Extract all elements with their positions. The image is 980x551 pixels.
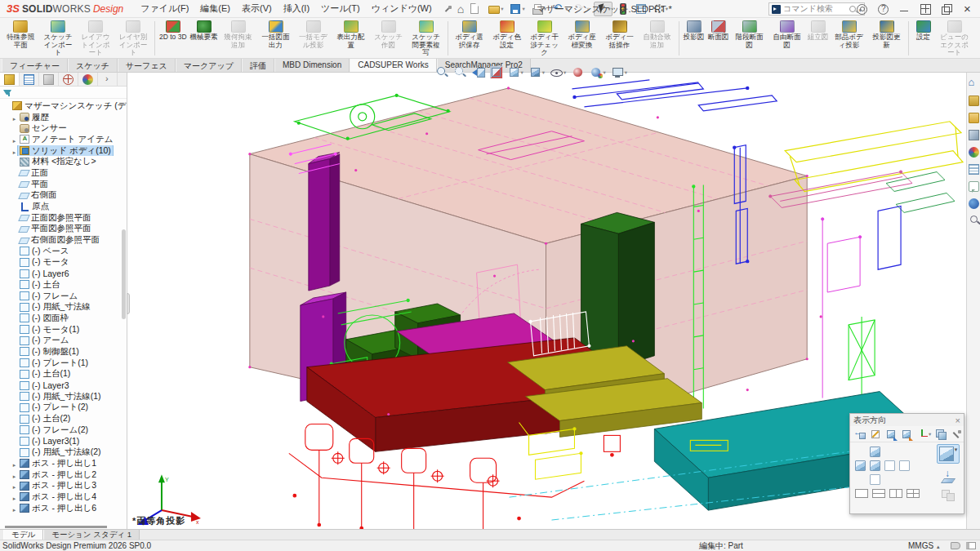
tab-surfaces[interactable]: サーフェス [118,59,176,72]
ribbon-button[interactable]: 一括モデル投影 [295,19,332,58]
hide-show-items-button[interactable] [550,66,566,78]
ribbon-button[interactable]: 階段断面図 [731,19,768,58]
palette-previous-view-button[interactable] [854,429,866,440]
viewport-two-vertical-button[interactable] [889,489,902,498]
palette-new-view-button[interactable] [870,429,881,440]
zoom-area-button[interactable] [454,66,466,78]
view-orientation-palette[interactable]: 表示方向 [849,413,964,514]
pin-menu-icon[interactable] [443,4,452,14]
taskpane-appearances-tab[interactable] [969,147,979,158]
tag-icon[interactable] [951,542,960,549]
tree-item[interactable]: (-) アーム [0,335,127,346]
tree-item[interactable]: 右側面 [0,190,127,202]
motion-study-tab[interactable]: モーション スタディ 1 [43,530,140,540]
menu-view[interactable]: 表示(V) [236,0,278,17]
palette-pin-button[interactable] [951,429,962,440]
tree-item[interactable]: (-) プレート(2) [0,402,127,414]
tree-item[interactable]: 右側面図参照平面 [0,234,127,246]
configurationmanager-tab[interactable] [39,73,59,86]
ribbon-button[interactable]: 投影図 [682,19,706,58]
taskpane-design-library-tab[interactable] [969,96,979,106]
taskpane-home-tab[interactable] [969,78,979,89]
tree-item[interactable]: (-) 用紙_寸法線 [0,301,127,313]
ribbon-button[interactable]: スケッチ間要素複写 [408,19,445,58]
tree-item[interactable]: ボス - 押し出し4 [0,491,127,503]
ribbon-button[interactable]: 特殊参照平面 [2,19,39,58]
tree-item[interactable]: 正面 [0,167,127,179]
ribbon-button[interactable]: 部品ボディ投影 [831,19,868,58]
tree-item[interactable]: (-) Layer3(1) [0,436,127,447]
tree-item[interactable]: (-) プレート(1) [0,358,127,369]
dimxpertmanager-tab[interactable] [59,73,78,86]
taskpane-3dexperience-tab[interactable] [969,198,979,209]
panel-splitter[interactable] [127,293,130,314]
tree-item[interactable]: ボス - 押し出し6 [0,503,127,514]
login-icon[interactable] [857,4,867,15]
tree-item[interactable]: (-) 制御盤(1) [0,346,127,358]
palette-multiview-button[interactable] [935,429,947,440]
ribbon-button[interactable]: 自動合致追加 [639,19,676,58]
palette-reset-views-button[interactable] [901,429,912,440]
open-button[interactable] [487,2,505,16]
ribbon-button[interactable]: レイアウトインポート [77,19,114,58]
tree-scrollbar[interactable] [122,229,126,319]
minimize-button[interactable] [899,4,910,15]
tree-item[interactable]: (-) モータ [0,257,127,269]
view-bottom-button[interactable] [870,474,880,485]
link-views-button[interactable] [942,490,955,501]
tree-item[interactable]: (-) 用紙_寸法線(2) [0,447,127,458]
tree-item[interactable]: (-) 土台(1) [0,369,127,380]
propertymanager-tab[interactable] [20,73,39,86]
tab-cadsuper-works[interactable]: CADSUPER Works [350,59,437,72]
view-settings-button[interactable] [612,66,627,78]
tree-item[interactable]: (-) 用紙_寸法線(1) [0,391,127,402]
units-selector[interactable]: MMGS [908,541,940,550]
tree-item[interactable]: アノテート アイテム [0,134,127,145]
tree-item[interactable]: (-) モータ(1) [0,324,127,335]
view-back-button[interactable] [870,460,880,471]
viewport-four-button[interactable] [906,489,920,498]
tree-item[interactable]: センサー [0,122,127,134]
tree-item[interactable]: 履歴 [0,112,127,123]
ribbon-button[interactable]: 自由断面図 [768,19,806,58]
taskpane-forum-tab[interactable] [969,181,979,192]
new-document-icon[interactable] [470,3,479,14]
command-search-input[interactable]: コマンド検索 [768,2,865,16]
tree-item[interactable]: (-) 図面枠 [0,313,127,324]
ribbon-button[interactable]: 設定 [911,19,936,58]
ribbon-button[interactable]: ボディ選択保存 [451,19,488,58]
tree-item[interactable]: ボス - 押し出し2 [0,469,127,481]
tree-item[interactable]: (-) フレーム [0,291,127,302]
taskpane-custom-properties-tab[interactable] [969,164,979,175]
normal-to-button[interactable] [942,470,955,483]
ribbon-button[interactable]: スケッチ作図 [370,19,408,58]
ribbon-button[interactable]: 幾何拘束追加 [220,19,257,58]
ribbon-button[interactable]: 一括図面出力 [257,19,295,58]
tree-item[interactable]: (-) フレーム(2) [0,424,127,436]
pane-toggle-icon[interactable] [966,542,976,549]
tree-item[interactable]: 平面 [0,179,127,190]
ribbon-button[interactable]: 断面図 [706,19,731,58]
tab-sketch[interactable]: スケッチ [68,59,118,72]
view-left-button[interactable] [884,460,895,471]
taskpane-search-tab[interactable] [970,216,978,223]
tree-item[interactable]: (-) 土台(2) [0,413,127,424]
graphics-viewport[interactable]: Y x *両等角投影 表示方向 [127,73,966,529]
close-icon[interactable] [956,415,960,425]
view-isometric-button[interactable] [937,444,960,464]
ribbon-button[interactable]: ボディ一括操作 [601,19,639,58]
ribbon-button[interactable]: 組立図 [806,19,831,58]
ribbon-button[interactable]: 投影図更新 [868,19,906,58]
tree-item[interactable]: 正面図参照平面 [0,212,127,224]
panel-overflow-tab[interactable] [98,73,118,86]
tree-hscrollbar[interactable] [5,526,107,528]
viewport-two-horizontal-button[interactable] [872,489,885,498]
menu-file[interactable]: ファイル(F) [135,0,194,17]
menu-insert[interactable]: 挿入(I) [278,0,315,17]
restore-button[interactable] [942,4,952,15]
apply-scene-button[interactable] [590,66,605,78]
tree-item[interactable]: (-) Layer3 [0,380,127,391]
ribbon-button[interactable]: 機械要素 [189,19,220,58]
menu-tools[interactable]: ツール(T) [315,0,366,17]
view-right-button[interactable] [899,460,910,471]
